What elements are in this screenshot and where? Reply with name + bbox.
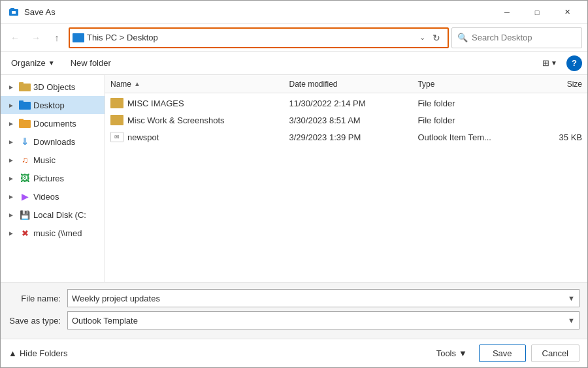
sort-icon: ▲ — [134, 80, 140, 87]
sidebar-item-downloads[interactable]: ► ⇓ Downloads — [1, 132, 105, 151]
help-button[interactable]: ? — [566, 55, 582, 71]
new-folder-label: New folder — [71, 58, 111, 68]
sidebar-label-downloads: Downloads — [33, 137, 75, 147]
videos-icon: ▶ — [19, 191, 31, 202]
file-name: newspot — [127, 132, 159, 142]
address-text: This PC > Desktop — [87, 33, 417, 42]
svg-rect-8 — [19, 119, 24, 121]
new-folder-button[interactable]: New folder — [65, 55, 116, 70]
save-as-type-label: Save as type: — [8, 316, 67, 326]
save-as-type-dropdown-icon[interactable]: ▼ — [568, 316, 575, 324]
column-size-label: Size — [567, 80, 582, 89]
file-type-cell: File folder — [417, 115, 525, 125]
column-date[interactable]: Date modified — [289, 80, 417, 89]
file-name-cell: Misc Work & Screenshots — [110, 115, 289, 125]
file-name-input[interactable] — [72, 294, 568, 303]
organize-dropdown-icon: ▼ — [48, 59, 55, 67]
pictures-icon: 🖼 — [19, 172, 31, 184]
expander-icon: ► — [6, 118, 16, 129]
svg-rect-1 — [10, 8, 14, 10]
sidebar-item-local-disk[interactable]: ► 💾 Local Disk (C: — [1, 206, 105, 224]
network-icon: ✖ — [19, 227, 31, 239]
file-list-area: Name ▲ Date modified Type Size — [105, 75, 587, 282]
view-button[interactable]: ⊞ ▼ — [538, 55, 561, 70]
search-input[interactable] — [472, 33, 576, 42]
folder-3d-icon — [19, 81, 31, 93]
file-type-cell: Outlook Item Tem... — [417, 132, 525, 142]
folder-icon — [110, 98, 123, 108]
sidebar-item-desktop[interactable]: ► Desktop — [1, 96, 105, 114]
address-chevron-icon[interactable]: ⌄ — [417, 33, 428, 42]
help-icon: ? — [572, 58, 577, 68]
file-name-row: File name: ▼ — [8, 289, 580, 307]
sidebar-label-network: music (\\med — [33, 228, 82, 238]
tools-button[interactable]: Tools ▼ — [430, 345, 474, 361]
table-row[interactable]: ✉ newspot 3/29/2023 1:39 PM Outlook Item… — [105, 129, 587, 146]
address-folder-icon — [73, 33, 84, 42]
expander-icon: ► — [6, 136, 16, 147]
music-icon: ♫ — [19, 154, 31, 166]
refresh-button[interactable]: ↻ — [428, 29, 445, 46]
sidebar-item-3d-objects[interactable]: ► 3D Objects — [1, 78, 105, 96]
column-type[interactable]: Type — [417, 80, 525, 89]
file-name-label: File name: — [8, 294, 67, 303]
maximize-button[interactable]: □ — [522, 3, 552, 22]
ribbon: Organize ▼ New folder ⊞ ▼ ? — [1, 52, 587, 75]
cancel-button[interactable]: Cancel — [531, 345, 580, 362]
close-button[interactable]: ✕ — [552, 3, 582, 22]
expander-icon: ► — [6, 191, 16, 202]
minimize-button[interactable]: ─ — [492, 3, 522, 22]
sidebar-item-documents[interactable]: ► Documents — [1, 114, 105, 132]
hide-folders-label: Hide Folders — [20, 348, 68, 358]
sidebar-item-pictures[interactable]: ► 🖼 Pictures — [1, 169, 105, 187]
view-icon: ⊞ — [542, 58, 549, 68]
sidebar-label-videos: Videos — [33, 192, 59, 202]
save-button[interactable]: Save — [479, 345, 526, 362]
file-name-dropdown-icon[interactable]: ▼ — [568, 294, 575, 302]
file-name: Misc Work & Screenshots — [127, 115, 225, 125]
expander-icon: ► — [6, 155, 16, 165]
title-bar: Save As ─ □ ✕ — [1, 1, 587, 24]
file-name-cell: ✉ newspot — [110, 132, 289, 142]
sidebar-item-network[interactable]: ► ✖ music (\\med — [1, 224, 105, 242]
svg-rect-4 — [19, 82, 24, 85]
column-size[interactable]: Size — [525, 80, 582, 89]
dialog-icon — [8, 7, 19, 18]
svg-rect-2 — [12, 11, 16, 14]
file-name-input-wrapper: ▼ — [67, 289, 580, 307]
sidebar-label-pictures: Pictures — [33, 174, 64, 183]
cancel-label: Cancel — [542, 348, 568, 358]
hide-folders-chevron: ▲ — [8, 348, 17, 358]
forward-button[interactable]: → — [27, 29, 45, 47]
sidebar: ► 3D Objects ► Desktop ► Documents — [1, 75, 105, 282]
sidebar-label-3d-objects: 3D Objects — [33, 82, 75, 92]
address-bar[interactable]: This PC > Desktop ⌄ ↻ — [69, 27, 449, 48]
save-as-type-input[interactable] — [72, 316, 568, 326]
table-row[interactable]: Misc Work & Screenshots 3/30/2023 8:51 A… — [105, 112, 587, 129]
file-list: MISC IMAGES 11/30/2022 2:14 PM File fold… — [105, 93, 587, 282]
sidebar-item-videos[interactable]: ► ▶ Videos — [1, 187, 105, 206]
up-button[interactable]: ↑ — [48, 29, 66, 47]
title-bar-left: Save As — [8, 7, 56, 18]
back-button[interactable]: ← — [6, 29, 24, 47]
footer: ▲ Hide Folders Tools ▼ Save Cancel — [1, 339, 587, 367]
tools-dropdown-icon: ▼ — [459, 348, 467, 358]
sidebar-item-music[interactable]: ► ♫ Music — [1, 151, 105, 169]
organize-button[interactable]: Organize ▼ — [6, 55, 60, 70]
file-icon: ✉ — [110, 132, 123, 142]
search-bar: 🔍 — [451, 27, 582, 48]
save-label: Save — [493, 348, 512, 358]
column-name[interactable]: Name ▲ — [110, 80, 289, 89]
file-name-cell: MISC IMAGES — [110, 98, 289, 108]
table-row[interactable]: MISC IMAGES 11/30/2022 2:14 PM File fold… — [105, 95, 587, 112]
downloads-icon: ⇓ — [19, 136, 31, 147]
disk-icon: 💾 — [19, 209, 31, 221]
hide-folders-button[interactable]: ▲ Hide Folders — [8, 348, 68, 358]
file-date-cell: 11/30/2022 2:14 PM — [289, 99, 417, 108]
sidebar-label-desktop: Desktop — [33, 100, 65, 110]
search-icon: 🔍 — [457, 33, 468, 42]
sidebar-label-documents: Documents — [33, 119, 76, 129]
folder-icon — [110, 115, 123, 125]
file-name: MISC IMAGES — [127, 99, 184, 108]
file-date-cell: 3/29/2023 1:39 PM — [289, 132, 417, 142]
